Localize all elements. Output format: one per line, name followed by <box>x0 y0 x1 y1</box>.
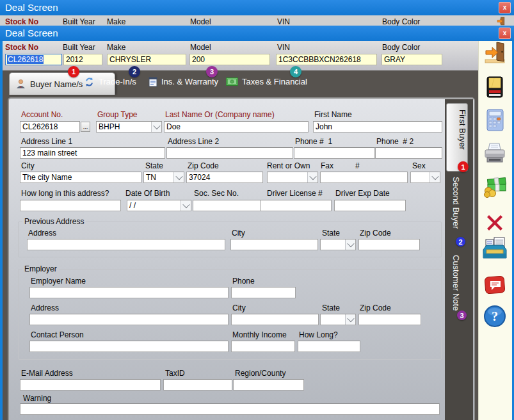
employer-city-input[interactable] <box>231 314 319 325</box>
back-year-label: Built Year <box>63 17 95 26</box>
prev-address-label: Address <box>28 229 56 238</box>
front-close-button[interactable]: x <box>499 28 511 39</box>
back-close-button[interactable]: x <box>499 2 511 13</box>
employer-name-label: Employer Name <box>31 277 86 286</box>
account-no-input[interactable] <box>20 121 80 133</box>
ssn-input[interactable] <box>193 200 263 211</box>
chevron-down-icon[interactable] <box>345 239 355 250</box>
prev-city-input[interactable] <box>230 239 318 250</box>
chat-button[interactable] <box>480 271 510 300</box>
fax-hash-label: # <box>355 161 360 170</box>
calculator-button[interactable] <box>480 106 510 134</box>
zip-input[interactable] <box>186 172 263 183</box>
employer-phone-label: Phone <box>232 277 255 286</box>
vin-label: VIN <box>277 43 290 52</box>
side-tab-second-buyer[interactable]: Second Buyer <box>451 177 461 229</box>
chevron-down-icon[interactable] <box>151 122 161 132</box>
sex-label: Sex <box>412 161 426 170</box>
license-label: Driver License # <box>267 189 323 198</box>
side-badge-1: 1 <box>458 161 469 172</box>
region-county-input[interactable] <box>233 379 304 391</box>
monthly-income-input[interactable] <box>231 341 295 352</box>
chevron-down-icon[interactable] <box>430 172 440 182</box>
employer-how-long-input[interactable] <box>298 341 360 352</box>
phone2-input[interactable] <box>375 147 442 159</box>
prev-state-combo[interactable] <box>320 239 356 250</box>
contact-person-input[interactable] <box>29 341 229 352</box>
tab-trade-ins[interactable]: Trade-In/s <box>84 70 136 93</box>
rent-or-own-combo[interactable] <box>267 172 318 183</box>
exit-door-button[interactable] <box>480 38 510 67</box>
prev-address-input[interactable] <box>27 239 225 250</box>
side-badge-3: 3 <box>457 311 467 320</box>
dob-value: / / <box>129 201 136 210</box>
phone2-label: Phone # 2 <box>376 137 414 146</box>
side-tab-customer-note[interactable]: Customer Note <box>451 255 461 311</box>
stock-input[interactable]: CL262618 <box>5 54 62 65</box>
tab-buyer-names-label: Buyer Name/s <box>30 79 83 89</box>
account-no-label: Account No. <box>21 110 63 119</box>
employer-address-input[interactable] <box>29 314 229 325</box>
fax-input[interactable] <box>320 172 408 183</box>
phone1-input[interactable] <box>294 147 375 159</box>
state-combo[interactable]: TN <box>143 172 184 183</box>
back-window-titlebar: Deal Screen <box>0 0 514 15</box>
email-input[interactable] <box>20 379 161 391</box>
group-type-combo[interactable]: BHPH <box>96 121 162 133</box>
employer-name-input[interactable] <box>29 287 229 298</box>
chevron-down-icon[interactable] <box>345 314 355 325</box>
last-name-label: Last Name Or (Company name) <box>165 110 275 119</box>
last-name-input[interactable] <box>164 121 309 133</box>
chevron-down-icon[interactable] <box>307 172 317 182</box>
year-input[interactable] <box>63 54 102 65</box>
address2-input[interactable] <box>166 147 293 159</box>
warranty-document-icon <box>149 77 157 87</box>
svg-text:?: ? <box>492 309 498 323</box>
chevron-down-icon[interactable] <box>173 172 184 182</box>
payments-button[interactable] <box>480 173 510 201</box>
tab-ins-warranty-label: Ins. & Warranty <box>161 77 218 86</box>
make-label: Make <box>107 43 125 52</box>
back-vin-label: VIN <box>277 17 290 26</box>
address1-input[interactable] <box>20 147 165 159</box>
taxid-input[interactable] <box>163 379 232 391</box>
notes-button[interactable] <box>480 73 510 101</box>
back-exit-door-icon <box>493 17 510 26</box>
chevron-down-icon[interactable] <box>181 200 191 211</box>
group-type-label: Group Type <box>97 110 137 119</box>
body-color-input[interactable] <box>381 54 442 65</box>
model-input[interactable] <box>189 54 270 65</box>
license-exp-input[interactable] <box>334 200 406 211</box>
email-label: E-Mail Address <box>21 369 73 378</box>
make-input[interactable] <box>107 54 186 65</box>
account-lookup-button[interactable]: ... <box>81 122 90 132</box>
employer-zip-input[interactable] <box>358 314 421 325</box>
previous-address-legend: Previous Address <box>22 217 86 226</box>
prev-zip-input[interactable] <box>358 239 420 250</box>
region-county-label: Region/County <box>235 369 285 378</box>
state-label: State <box>145 161 163 170</box>
tab-taxes-financial-label: Taxes & Financial <box>242 77 307 86</box>
delete-button[interactable] <box>480 209 510 237</box>
help-button[interactable]: ? <box>480 302 510 330</box>
warning-label: Warning <box>23 394 51 403</box>
employer-phone-input[interactable] <box>231 287 296 298</box>
how-long-input[interactable] <box>20 200 121 211</box>
color-label: Body Color <box>382 43 420 52</box>
documents-tray-button[interactable] <box>480 234 510 262</box>
fax-label: Fax <box>321 161 333 170</box>
warning-input[interactable] <box>20 403 440 415</box>
back-color-label: Body Color <box>382 17 420 26</box>
city-input[interactable] <box>20 172 141 183</box>
tab-badge-3: 3 <box>206 66 218 77</box>
ssn-label: Soc. Sec No. <box>194 189 239 198</box>
vin-input[interactable] <box>276 54 377 65</box>
dob-combo[interactable]: / / <box>127 200 191 211</box>
sex-combo[interactable] <box>410 172 440 183</box>
calculator-icon <box>485 108 505 133</box>
employer-city-label: City <box>232 303 246 312</box>
license-input[interactable] <box>260 200 332 211</box>
print-button[interactable] <box>480 140 510 168</box>
employer-state-combo[interactable] <box>320 314 356 325</box>
first-name-input[interactable] <box>313 121 442 133</box>
